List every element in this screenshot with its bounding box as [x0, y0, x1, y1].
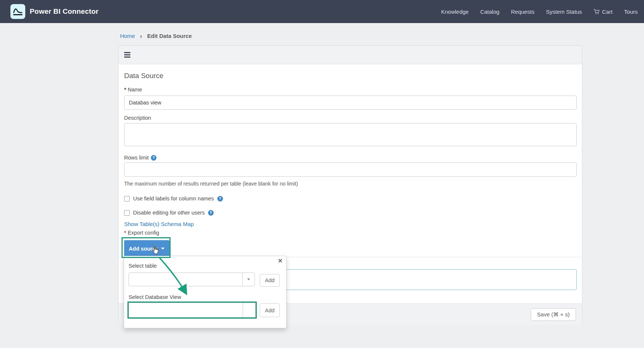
disable-editing-checkbox[interactable] — [124, 210, 130, 216]
caret-down-icon — [243, 303, 255, 317]
annotation-highlight-box — [127, 302, 257, 319]
required-marker: * — [124, 87, 126, 93]
help-icon[interactable]: ? — [208, 210, 214, 216]
top-nav-links: Knowledge Catalog Requests System Status… — [441, 0, 638, 23]
cart-icon — [593, 9, 600, 15]
top-navigation-bar: Power BI Connector Knowledge Catalog Req… — [0, 0, 644, 23]
show-schema-map-link[interactable]: Show Table(s) Schema Map — [124, 221, 194, 227]
chevron-right-icon: › — [140, 32, 142, 40]
disable-editing-checkbox-row: Disable editing for other users ? — [124, 210, 214, 216]
disable-editing-label: Disable editing for other users — [133, 210, 205, 216]
breadcrumb-current-page: Edit Data Source — [147, 33, 192, 39]
rows-limit-input[interactable] — [124, 162, 577, 177]
help-icon[interactable]: ? — [217, 196, 223, 202]
nav-cart[interactable]: Cart — [593, 9, 612, 15]
rows-limit-label: Rows limit ? — [124, 155, 156, 161]
nav-cart-label: Cart — [602, 9, 612, 15]
add-source-dropdown-popup: × Select table Add Select Database View … — [124, 256, 287, 328]
caret-down-icon — [161, 248, 165, 249]
save-button[interactable]: Save (⌘ + s) — [531, 308, 576, 321]
app-title: Power BI Connector — [30, 0, 98, 23]
section-title: Data Source — [124, 72, 164, 80]
add-source-button[interactable]: Add source — [124, 240, 169, 257]
rows-limit-helper-text: The maximum number of results returned p… — [124, 181, 298, 187]
add-table-button[interactable]: Add — [260, 274, 280, 287]
help-icon[interactable]: ? — [151, 155, 156, 161]
add-database-view-button[interactable]: Add — [260, 303, 280, 317]
field-labels-checkbox-row: Use field labels for column names ? — [124, 196, 223, 202]
export-config-label: *Export config — [124, 230, 159, 236]
breadcrumb-home-link[interactable]: Home — [120, 33, 135, 39]
nav-catalog[interactable]: Catalog — [480, 9, 499, 15]
wave-chart-icon — [12, 6, 23, 17]
use-field-labels-checkbox[interactable] — [124, 196, 130, 202]
description-field-label: Description — [124, 115, 151, 121]
nav-system-status[interactable]: System Status — [546, 9, 582, 15]
hamburger-menu-icon[interactable] — [124, 52, 130, 59]
panel-header — [119, 46, 582, 64]
app-logo — [10, 4, 25, 19]
nav-knowledge[interactable]: Knowledge — [441, 9, 469, 15]
nav-tours[interactable]: Tours — [624, 9, 638, 15]
nav-requests[interactable]: Requests — [511, 9, 534, 15]
required-marker: * — [124, 230, 126, 236]
close-icon[interactable]: × — [278, 257, 282, 264]
select-table-dropdown[interactable] — [129, 273, 255, 286]
name-field-label: *Name — [124, 87, 142, 93]
select-table-label: Select table — [129, 263, 157, 269]
use-field-labels-label: Use field labels for column names — [133, 196, 214, 202]
breadcrumb: Home › Edit Data Source — [120, 33, 192, 39]
caret-down-icon — [242, 273, 255, 286]
select-database-view-dropdown[interactable] — [129, 303, 256, 318]
name-input[interactable] — [124, 96, 577, 110]
select-database-view-label: Select Database View — [129, 294, 181, 300]
description-textarea[interactable] — [124, 123, 577, 146]
